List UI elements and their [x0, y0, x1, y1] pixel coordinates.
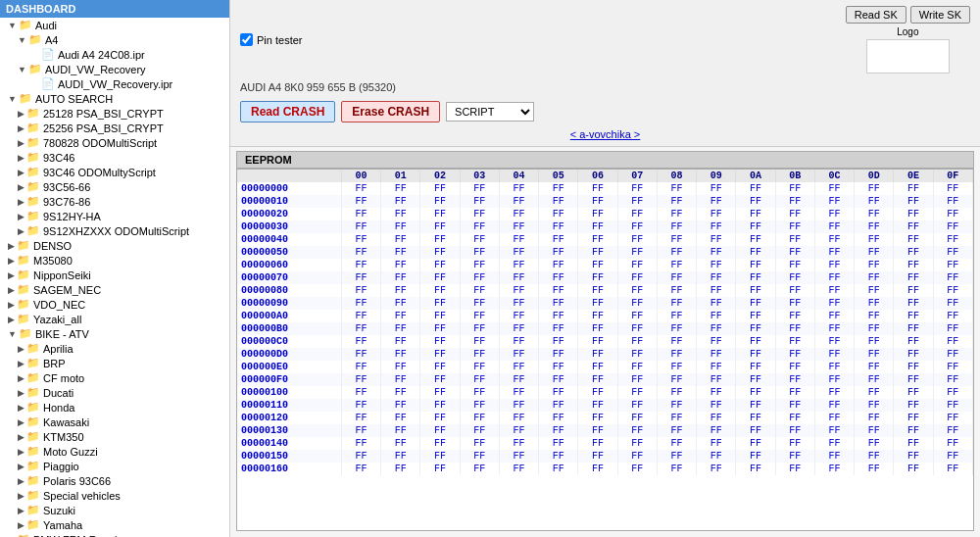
tree-item-yazaki_all[interactable]: ▶📁Yazaki_all	[0, 312, 229, 326]
tree-item-nipponseiki[interactable]: ▶📁NipponSeiki	[0, 268, 229, 282]
hex-value-cell: FF	[855, 246, 894, 259]
hex-value-cell: FF	[617, 220, 657, 233]
read-sk-button[interactable]: Read SK	[846, 6, 906, 24]
tree-item-yamaha[interactable]: ▶📁Yamaha	[0, 517, 229, 532]
tree-item-audi[interactable]: ▼📁Audi	[0, 18, 229, 32]
tree-item-bmw_frm[interactable]: ▶📁BMW FRM Repair	[0, 532, 229, 537]
hex-value-cell: FF	[775, 437, 814, 450]
hex-value-cell: FF	[657, 259, 696, 271]
tree-item-m35080[interactable]: ▶📁M35080	[0, 253, 229, 268]
hex-value-cell: FF	[775, 310, 814, 322]
hex-value-cell: FF	[894, 335, 933, 348]
tree-item-moto_guzzi[interactable]: ▶📁Moto Guzzi	[0, 444, 229, 459]
hex-value-cell: FF	[499, 259, 538, 271]
hex-value-cell: FF	[578, 182, 617, 195]
table-row: 000000E0FFFFFFFFFFFFFFFFFFFFFFFFFFFFFFFF	[237, 361, 973, 373]
hex-value-cell: FF	[381, 450, 420, 463]
folder-icon: 📁	[19, 327, 32, 340]
tree-item-sagem_nec[interactable]: ▶📁SAGEM_NEC	[0, 282, 229, 297]
hex-value-cell: FF	[539, 246, 578, 259]
hex-value-cell: FF	[933, 335, 972, 348]
tree-item-a4[interactable]: ▼📁A4	[0, 32, 229, 47]
hex-table-container[interactable]: 000102030405060708090A0B0C0D0E0F 0000000…	[236, 169, 974, 531]
tree-item-suzuki[interactable]: ▶📁Suzuki	[0, 503, 229, 517]
hex-value-cell: FF	[539, 284, 578, 297]
write-sk-button[interactable]: Write SK	[910, 6, 970, 24]
tree-item-brp[interactable]: ▶📁BRP	[0, 356, 229, 370]
tree-item-93c46_odo[interactable]: ▶📁93C46 ODOMultyScript	[0, 165, 229, 179]
hex-addr-cell: 00000070	[237, 271, 341, 284]
tree-item-cf_moto[interactable]: ▶📁CF moto	[0, 370, 229, 385]
tree-item-audi_a4_file[interactable]: 📄Audi A4 24C08.ipr	[0, 47, 229, 62]
hex-value-cell: FF	[736, 310, 775, 322]
tree-item-vdo_nec[interactable]: ▶📁VDO_NEC	[0, 297, 229, 312]
tree-item-ducati[interactable]: ▶📁Ducati	[0, 385, 229, 400]
hex-value-cell: FF	[933, 412, 972, 424]
table-row: 00000090FFFFFFFFFFFFFFFFFFFFFFFFFFFFFFFF	[237, 297, 973, 310]
table-row: 000000F0FFFFFFFFFFFFFFFFFFFFFFFFFFFFFFFF	[237, 373, 973, 386]
hex-value-cell: FF	[381, 182, 420, 195]
tree-item-93c76[interactable]: ▶📁93C76-86	[0, 194, 229, 209]
hex-value-cell: FF	[933, 437, 972, 450]
tree-item-9s12xhz[interactable]: ▶📁9S12XHZXXX ODOMultiScript	[0, 223, 229, 238]
hex-value-cell: FF	[933, 297, 972, 310]
hex-value-cell: FF	[736, 450, 775, 463]
tree-item-93c56[interactable]: ▶📁93C56-66	[0, 179, 229, 194]
hex-value-cell: FF	[381, 424, 420, 437]
table-row: 00000110FFFFFFFFFFFFFFFFFFFFFFFFFFFFFFFF	[237, 399, 973, 412]
hex-value-cell: FF	[933, 246, 972, 259]
hex-value-cell: FF	[578, 348, 617, 361]
hex-value-cell: FF	[539, 208, 578, 220]
hex-value-cell: FF	[697, 182, 736, 195]
hex-value-cell: FF	[933, 284, 972, 297]
tree-label: 93C76-86	[43, 196, 90, 208]
hex-value-cell: FF	[420, 386, 460, 399]
hex-col-header-04: 04	[499, 170, 538, 182]
hex-value-cell: FF	[460, 361, 499, 373]
hex-value-cell: FF	[420, 182, 460, 195]
hex-value-cell: FF	[381, 195, 420, 208]
tree-arrow: ▼	[8, 329, 17, 339]
hex-addr-cell: 00000130	[237, 424, 341, 437]
tree-item-denso[interactable]: ▶📁DENSO	[0, 238, 229, 253]
tree-item-kawasaki[interactable]: ▶📁Kawasaki	[0, 415, 229, 429]
tree-item-piaggio[interactable]: ▶📁Piaggio	[0, 459, 229, 473]
hex-col-header-03: 03	[460, 170, 499, 182]
hex-value-cell: FF	[933, 322, 972, 335]
tree-item-polaris[interactable]: ▶📁Polaris 93C66	[0, 473, 229, 488]
hex-value-cell: FF	[578, 259, 617, 271]
tree-item-honda[interactable]: ▶📁Honda	[0, 400, 229, 415]
tree-item-ktm350[interactable]: ▶📁KTM350	[0, 429, 229, 444]
tree-item-audi_vw_file[interactable]: 📄AUDI_VW_Recovery.ipr	[0, 76, 229, 91]
tree-item-psa_bsl_1[interactable]: ▶📁25128 PSA_BSI_CRYPT	[0, 106, 229, 121]
tree-item-9s12hy[interactable]: ▶📁9S12HY-HA	[0, 209, 229, 223]
folder-icon: 📁	[26, 415, 40, 428]
hex-addr-cell: 00000020	[237, 208, 341, 220]
erase-crash-button[interactable]: Erase CRASH	[341, 101, 440, 122]
tree-item-93c46[interactable]: ▶📁93C46	[0, 150, 229, 165]
hex-value-cell: FF	[499, 386, 538, 399]
tree-item-psa_bsl_2[interactable]: ▶📁25256 PSA_BSI_CRYPT	[0, 121, 229, 135]
table-row: 00000030FFFFFFFFFFFFFFFFFFFFFFFFFFFFFFFF	[237, 220, 973, 233]
tree-item-aprilia[interactable]: ▶📁Aprilia	[0, 341, 229, 356]
hex-value-cell: FF	[381, 259, 420, 271]
script-dropdown[interactable]: SCRIPT	[446, 102, 534, 122]
controls-row2: AUDI A4 8K0 959 655 B (95320)	[240, 79, 970, 95]
tree-item-audi_vw_recovery[interactable]: ▼📁AUDI_VW_Recovery	[0, 62, 229, 76]
read-crash-button[interactable]: Read CRASH	[240, 101, 335, 122]
hex-value-cell: FF	[814, 284, 854, 297]
hex-value-cell: FF	[894, 361, 933, 373]
tree-item-special[interactable]: ▶📁Special vehicles	[0, 488, 229, 503]
hex-value-cell: FF	[460, 399, 499, 412]
hex-value-cell: FF	[855, 373, 894, 386]
hex-value-cell: FF	[578, 463, 617, 475]
tree-item-auto_search[interactable]: ▼📁AUTO SEARCH	[0, 91, 229, 106]
tree-item-odo_multiscript[interactable]: ▶📁780828 ODOMultiScript	[0, 135, 229, 150]
tree-label: CF moto	[43, 372, 84, 384]
tree-item-bike_atv[interactable]: ▼📁BIKE - ATV	[0, 326, 229, 341]
hex-value-cell: FF	[617, 259, 657, 271]
credit-link[interactable]: < a-vovchika >	[570, 126, 641, 142]
folder-icon: 📁	[26, 180, 40, 193]
pin-tester-checkbox[interactable]	[240, 33, 253, 46]
pin-tester-label[interactable]: Pin tester	[240, 33, 302, 46]
